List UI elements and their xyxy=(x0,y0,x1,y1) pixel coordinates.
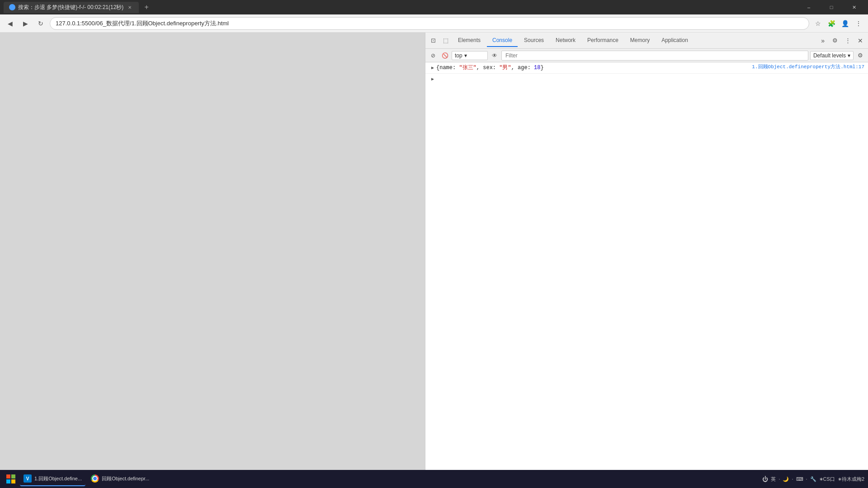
tab-favicon xyxy=(9,4,15,10)
address-icons: ☆ 🧩 👤 ⋮ xyxy=(812,18,864,29)
devtools-panel: ⊡ ⬚ Elements Console Sources Network Per… xyxy=(425,33,868,488)
window-controls: – □ ✕ xyxy=(798,0,864,14)
console-input-row xyxy=(425,74,868,84)
comma-1: , xyxy=(476,65,483,71)
context-value: top xyxy=(455,52,462,59)
colon-3: : xyxy=(528,65,534,71)
taskbar-vscode-item[interactable]: V 1.回顾Object.define... xyxy=(20,472,85,486)
taskbar-input-lang[interactable]: 英 xyxy=(771,476,776,483)
taskbar-wrench-icon[interactable]: 🔧 xyxy=(810,476,816,482)
forward-button[interactable]: ▶ xyxy=(19,17,32,30)
console-output: {name: "张三", sex: "男", age: 18} 1.回顾Obje… xyxy=(425,62,868,488)
devtools-close-button[interactable]: ✕ xyxy=(854,35,866,47)
tab-close-button[interactable]: ✕ xyxy=(126,4,133,11)
tab-label: 搜索：步退 多梦(快捷键)-f-/- 00:02:21(12秒) xyxy=(18,4,123,11)
tab-console[interactable]: Console xyxy=(487,34,518,47)
value-age: 18 xyxy=(534,65,540,71)
title-bar: 搜索：步退 多梦(快捷键)-f-/- 00:02:21(12秒) ✕ + – □… xyxy=(0,0,868,14)
clear-on-navigate-button[interactable]: 🚫 xyxy=(440,51,450,61)
taskbar-dot-1: · xyxy=(778,476,780,482)
taskbar-vscode-label: 1.回顾Object.define... xyxy=(34,475,82,482)
comma-2: , xyxy=(511,65,518,71)
main-area: ⊡ ⬚ Elements Console Sources Network Per… xyxy=(0,33,868,488)
tab-sources[interactable]: Sources xyxy=(519,34,549,47)
taskbar-dot-2: · xyxy=(792,476,793,482)
taskbar-moon-icon[interactable]: 🌙 xyxy=(783,476,789,482)
browser-tab[interactable]: 搜索：步退 多梦(快捷键)-f-/- 00:02:21(12秒) ✕ xyxy=(4,2,139,13)
tab-performance[interactable]: Performance xyxy=(582,34,624,47)
console-toolbar: ⊘ 🚫 top ▾ 👁 Default levels ▾ ⚙ xyxy=(425,49,868,62)
live-expressions-button[interactable]: 👁 xyxy=(490,51,500,61)
maximize-button[interactable]: □ xyxy=(821,0,842,14)
console-entry: {name: "张三", sex: "男", age: 18} 1.回顾Obje… xyxy=(425,62,868,74)
tab-memory[interactable]: Memory xyxy=(625,34,655,47)
tab-network[interactable]: Network xyxy=(550,34,581,47)
levels-dropdown-icon: ▾ xyxy=(848,52,850,59)
console-source-link[interactable]: 1.回顾Object.defineproperty方法.html:17 xyxy=(748,63,864,70)
close-brace: } xyxy=(540,65,543,71)
taskbar-dot-3: · xyxy=(806,476,807,482)
taskbar-input-method[interactable]: ∗待木成梅2 xyxy=(838,476,864,483)
address-bar: ◀ ▶ ↻ ☆ 🧩 👤 ⋮ xyxy=(0,14,868,33)
console-log-text: {name: "张三", sex: "男", age: 18} xyxy=(436,63,748,72)
key-name: name xyxy=(439,65,453,71)
devtools-settings-button[interactable]: ⚙ xyxy=(829,35,841,47)
extensions-button[interactable]: 🧩 xyxy=(826,18,837,29)
value-sex: "男" xyxy=(499,65,511,71)
back-button[interactable]: ◀ xyxy=(4,17,16,30)
vscode-icon: V xyxy=(24,474,32,483)
new-tab-button[interactable]: + xyxy=(142,3,151,11)
windows-logo xyxy=(6,474,15,483)
logo-quad-1 xyxy=(6,474,10,479)
context-dropdown-icon: ▾ xyxy=(464,52,467,59)
devtools-toolbar: ⊡ ⬚ Elements Console Sources Network Per… xyxy=(425,33,868,49)
input-arrow-indicator xyxy=(429,75,436,84)
context-selector[interactable]: top ▾ xyxy=(452,51,488,60)
url-input[interactable] xyxy=(50,17,809,30)
filter-input[interactable] xyxy=(501,51,808,61)
minimize-button[interactable]: – xyxy=(798,0,819,14)
key-age: age xyxy=(518,65,528,71)
chrome-icon xyxy=(91,474,99,483)
start-button[interactable] xyxy=(4,472,18,486)
taskbar: V 1.回顾Object.define... 回顾Object.definepr… xyxy=(0,470,868,488)
clear-console-button[interactable]: ⊘ xyxy=(428,51,438,61)
taskbar-chrome-label: 回顾Object.definepr... xyxy=(102,475,149,482)
log-levels-selector[interactable]: Default levels ▾ xyxy=(810,51,854,60)
profile-button[interactable]: 👤 xyxy=(839,18,851,29)
window-close-button[interactable]: ✕ xyxy=(844,0,864,14)
inspect-element-button[interactable]: ⊡ xyxy=(427,35,439,47)
taskbar-keyboard-icon[interactable]: ⌨ xyxy=(796,476,803,482)
refresh-button[interactable]: ↻ xyxy=(34,17,47,30)
logo-quad-3 xyxy=(6,479,10,483)
title-bar-left: 搜索：步退 多梦(快捷键)-f-/- 00:02:21(12秒) ✕ + xyxy=(4,2,798,13)
bookmark-button[interactable]: ☆ xyxy=(812,18,824,29)
tab-elements[interactable]: Elements xyxy=(453,34,486,47)
logo-quad-4 xyxy=(11,479,15,483)
browser-menu-button[interactable]: ⋮ xyxy=(853,18,864,29)
taskbar-input-indicator[interactable]: ∗CS口 xyxy=(819,476,835,483)
responsive-mode-button[interactable]: ⬚ xyxy=(440,35,452,47)
console-settings-button[interactable]: ⚙ xyxy=(855,51,865,61)
value-name: "张三" xyxy=(459,65,476,71)
colon-1: : xyxy=(453,65,459,71)
taskbar-power-icon[interactable]: ⏻ xyxy=(762,476,768,483)
expand-arrow[interactable] xyxy=(429,63,436,72)
colon-2: : xyxy=(493,65,499,71)
key-sex: sex xyxy=(483,65,493,71)
tab-application[interactable]: Application xyxy=(656,34,693,47)
more-tabs-button[interactable]: » xyxy=(817,35,828,46)
taskbar-chrome-item[interactable]: 回顾Object.definepr... xyxy=(87,472,153,486)
levels-label: Default levels xyxy=(813,52,846,59)
devtools-options-button[interactable]: ⋮ xyxy=(842,35,854,47)
page-content xyxy=(0,33,425,488)
logo-quad-2 xyxy=(11,474,15,479)
taskbar-right-area: ⏻ 英 · 🌙 · ⌨ · 🔧 ∗CS口 ∗待木成梅2 xyxy=(762,476,864,483)
